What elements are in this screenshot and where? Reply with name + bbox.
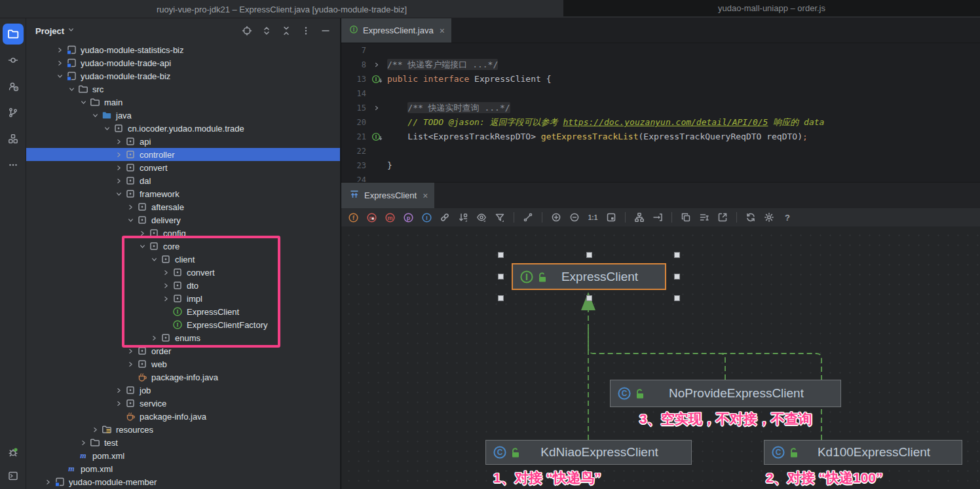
- implemented-marker-icon[interactable]: [366, 130, 387, 144]
- filter-button[interactable]: [492, 210, 508, 225]
- chevron-down-icon[interactable]: [149, 254, 159, 264]
- selection-handle[interactable]: [498, 252, 504, 258]
- tree-item-dto[interactable]: dto: [26, 279, 340, 292]
- activity-bar-item-structure[interactable]: [3, 128, 24, 149]
- tree-item-yudao-module-member[interactable]: yudao-module-member: [26, 475, 340, 488]
- chevron-right-icon[interactable]: [125, 346, 136, 356]
- fold-marker-icon[interactable]: [366, 101, 387, 115]
- chevron-right-icon[interactable]: [113, 398, 124, 408]
- help-button[interactable]: ?: [780, 210, 795, 225]
- tree-item-delivery[interactable]: delivery: [26, 213, 340, 226]
- chevron-right-icon[interactable]: [113, 149, 124, 160]
- export-button[interactable]: [715, 210, 730, 225]
- tree-item-package-info-java[interactable]: package-info.java: [26, 410, 340, 423]
- tree-item-order[interactable]: order: [26, 344, 340, 357]
- tree-item-job[interactable]: job: [26, 384, 340, 397]
- tab-expressclient-java[interactable]: I ExpressClient.java ×: [341, 18, 451, 43]
- selection-handle[interactable]: [586, 295, 592, 301]
- hide-icon[interactable]: [320, 26, 331, 36]
- activity-bar-item-git-branch[interactable]: [3, 102, 24, 123]
- uml-diagram-canvas[interactable]: ExpressClientCNoProvideExpressClientCKdN…: [341, 226, 980, 489]
- settings-button[interactable]: [761, 210, 777, 225]
- copy-diagram-button[interactable]: [678, 210, 694, 225]
- tree-item-pom-xml[interactable]: mpom.xml: [26, 462, 340, 475]
- tree-item-pom-xml[interactable]: mpom.xml: [26, 449, 340, 462]
- activity-bar-item-more-horizontal[interactable]: [3, 154, 24, 175]
- selection-handle[interactable]: [498, 295, 504, 301]
- diagram-node-expressclient[interactable]: ExpressClient: [512, 263, 666, 290]
- tab-expressclient-diagram[interactable]: ExpressClient ×: [341, 183, 434, 208]
- chevron-right-icon[interactable]: [113, 385, 124, 395]
- selection-handle[interactable]: [674, 295, 680, 301]
- chevron-right-icon[interactable]: [125, 359, 136, 369]
- edge-labels-button[interactable]: [696, 210, 712, 225]
- zoom-out-button[interactable]: [567, 210, 582, 225]
- tree-item-convert[interactable]: convert: [26, 161, 340, 174]
- constructors-button[interactable]: m: [364, 210, 379, 225]
- locate-icon[interactable]: [242, 26, 252, 36]
- more-vertical-icon[interactable]: [301, 26, 311, 36]
- activity-bar-item-debug[interactable]: [3, 442, 24, 463]
- selection-handle[interactable]: [498, 274, 504, 280]
- fit-content-button[interactable]: [603, 210, 619, 225]
- chevron-right-icon[interactable]: [113, 162, 124, 173]
- inner-classes-button[interactable]: I: [419, 210, 434, 225]
- tree-item-src[interactable]: src: [26, 82, 340, 96]
- scope-button[interactable]: [474, 210, 489, 225]
- background-window-title[interactable]: yudao-mall-uniapp – order.js: [563, 0, 980, 16]
- chevron-down-icon[interactable]: [66, 84, 77, 94]
- chevron-down-icon[interactable]: [113, 189, 124, 199]
- tree-item-convert[interactable]: convert: [26, 266, 340, 279]
- tree-item-config[interactable]: config: [26, 226, 340, 240]
- activity-bar-item-project-folder[interactable]: [3, 24, 24, 45]
- selection-handle[interactable]: [586, 252, 592, 258]
- chevron-right-icon[interactable]: [160, 267, 171, 278]
- chevron-right-icon[interactable]: [125, 202, 136, 212]
- chevron-down-icon[interactable]: [137, 241, 147, 251]
- fields-button[interactable]: f: [345, 210, 361, 225]
- chevron-right-icon[interactable]: [113, 136, 124, 147]
- tree-item-expressclient[interactable]: IExpressClient: [26, 305, 340, 318]
- diagram-node-noprovideexpressclient[interactable]: CNoProvideExpressClient: [610, 380, 841, 407]
- chevron-down-icon[interactable]: [67, 25, 75, 37]
- tree-item-main[interactable]: main: [26, 96, 340, 109]
- tree-item-yudao-module-statistics-biz[interactable]: yudao-module-statistics-biz: [26, 43, 340, 56]
- chevron-right-icon[interactable]: [137, 228, 147, 238]
- chevron-right-icon[interactable]: [149, 333, 159, 343]
- tree-item-test[interactable]: test: [26, 436, 340, 449]
- tree-item-yudao-module-trade-api[interactable]: yudao-module-trade-api: [26, 56, 340, 69]
- activity-bar-item-pull-requests[interactable]: ?: [3, 76, 24, 97]
- tree-item-impl[interactable]: impl: [26, 292, 340, 305]
- edge-tool-button[interactable]: [520, 210, 536, 225]
- dependencies-button[interactable]: [437, 210, 453, 225]
- close-icon[interactable]: ×: [440, 26, 445, 35]
- tree-item-client[interactable]: client: [26, 253, 340, 266]
- tree-item-yudao-module-trade-biz[interactable]: yudao-module-trade-biz: [26, 69, 340, 82]
- implemented-marker-icon[interactable]: [366, 72, 387, 86]
- chevron-down-icon[interactable]: [90, 110, 100, 120]
- tree-item-cn-iocoder-yudao-module-trade[interactable]: cn.iocoder.yudao.module.trade: [26, 122, 340, 135]
- chevron-right-icon[interactable]: [90, 424, 100, 435]
- tree-item-package-info-java[interactable]: package-info.java: [26, 371, 340, 384]
- tree-item-core[interactable]: core: [26, 240, 340, 253]
- chevron-down-icon[interactable]: [102, 123, 112, 134]
- tree-item-web[interactable]: web: [26, 357, 340, 371]
- sort-alpha-button[interactable]: [455, 210, 471, 225]
- tree-item-api[interactable]: api: [26, 135, 340, 148]
- chevron-right-icon[interactable]: [113, 175, 124, 186]
- route-edges-button[interactable]: [650, 210, 666, 225]
- selection-handle[interactable]: [674, 274, 680, 280]
- properties-button[interactable]: p: [400, 210, 416, 225]
- activity-bar-item-commit[interactable]: [3, 50, 24, 71]
- actual-size-button[interactable]: 1:1: [585, 210, 601, 225]
- chevron-right-icon[interactable]: [160, 293, 171, 304]
- selection-handle[interactable]: [674, 252, 680, 258]
- code-editor[interactable]: 78/** 快递客户端接口 ...*/13public interface Ex…: [341, 43, 980, 182]
- tree-item-resources[interactable]: resources: [26, 423, 340, 436]
- diagram-node-kdniaoexpressclient[interactable]: CKdNiaoExpressClient: [485, 440, 692, 465]
- close-icon[interactable]: ×: [423, 191, 428, 200]
- chevron-down-icon[interactable]: [78, 97, 88, 107]
- chevron-right-icon[interactable]: [43, 477, 53, 487]
- tree-item-enums[interactable]: enums: [26, 331, 340, 344]
- code-segment-todo-link[interactable]: https://doc.youzanyun.com/detail/API/0/5: [563, 117, 768, 127]
